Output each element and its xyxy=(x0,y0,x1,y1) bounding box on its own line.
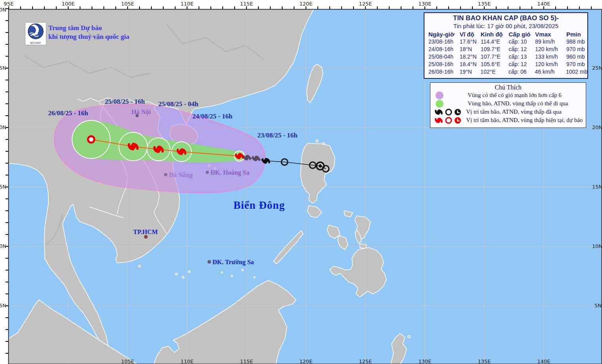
table-row: 25/08-16h18.4°N105.6°Ecấp: 12120 km/h970… xyxy=(424,61,587,68)
axis-bottom-135e: 135E xyxy=(478,358,491,364)
axis-top-100e: 100E xyxy=(61,1,75,7)
axis-bottom-125e: 125E xyxy=(359,358,372,364)
land-islet-conson xyxy=(139,265,141,267)
legend-item-label: Vị trí tâm bão, ATNĐ, vùng thấp đã qua xyxy=(466,109,562,115)
axis-bottom-105e: 105E xyxy=(121,358,134,364)
city-label-danang: Đà Nẵng xyxy=(169,172,193,179)
col-lon: Kinh độ xyxy=(481,30,509,38)
land-islet-1 xyxy=(408,335,410,338)
sea-name-label: Biển Đông xyxy=(233,199,285,211)
axis-top-110e: 110E xyxy=(180,1,193,7)
land-reef-spratly-4 xyxy=(254,276,255,278)
city-label-hanoi: Hà Nội xyxy=(132,109,151,116)
agency-name: Trung tâm Dự báo khí tượng thuỷ văn quốc… xyxy=(48,24,129,41)
date-label-25-08-16h: 25/08/25 - 16h xyxy=(105,98,145,105)
city-label-hoangsa: ĐK. Hoàng Sa xyxy=(210,169,249,176)
legend-item-label: Vùng bão, ATNĐ, vùng thấp có thể đi qua xyxy=(468,100,568,107)
col-vmax: Vmax xyxy=(535,30,566,38)
city-label-tphcm: TP.HCM xyxy=(133,229,158,235)
table-row: 23/08-16h17.6°N114.4°Ecấp: 1089 km/h988 … xyxy=(424,38,587,46)
legend-box: Chú Thích Vùng có thể có gió mạnh lớn hơ… xyxy=(430,82,586,128)
col-pmin: Pmin xyxy=(566,30,587,38)
axis-bottom-120e: 120E xyxy=(299,358,312,364)
axis-right-5n: 5N xyxy=(594,303,602,309)
red-circle-icon xyxy=(444,116,453,125)
axis-bottom-110e: 110E xyxy=(180,358,193,364)
axis-top-130e: 130E xyxy=(418,1,431,7)
date-label-26-08: 26/08/25 - 16h xyxy=(48,109,88,117)
land-babuyan-1 xyxy=(316,140,318,142)
bulletin-table-header: Ngày-giờ Vĩ độ Kinh độ Cấp gió Vmax Pmin xyxy=(424,30,587,38)
axis-left-30n: 30N xyxy=(0,7,6,13)
axis-top-105e: 105E xyxy=(121,1,134,7)
axis-top-95e: 95E xyxy=(4,1,14,7)
legend-item-label: Vị trí tâm bão, ATNĐ, vùng thấp hiện tại… xyxy=(466,117,583,124)
red-typhoon-icon xyxy=(434,115,444,126)
col-wind: Cấp gió xyxy=(508,30,535,38)
axis-top-135e: 135E xyxy=(478,1,491,7)
land-islet-anambas-2 xyxy=(182,276,184,278)
axis-right-20n: 20N xyxy=(592,124,602,130)
land-islet-anambas-1 xyxy=(176,273,178,275)
table-row: 26/08-16h19°N102°Ecấp: 0646 km/h1002 mb xyxy=(424,68,587,76)
axis-left-10n: 10N xyxy=(0,243,6,249)
purple-zone-icon xyxy=(435,91,444,100)
agency-logo: NCHMF xyxy=(25,22,46,45)
axis-left-5n: 5N xyxy=(0,303,6,309)
axis-bottom-140e: 140E xyxy=(537,358,550,364)
axis-right-25n: 25N xyxy=(592,65,602,71)
axis-top-120e: 120E xyxy=(299,1,312,7)
legend-item-label: Vùng có thể có gió mạnh lớn hơn cấp 6 xyxy=(468,92,562,99)
axis-top-125e: 125E xyxy=(359,1,372,7)
city-label-truongsa: ĐK. Trường Sa xyxy=(212,259,254,266)
col-lat: Vĩ độ xyxy=(460,30,481,38)
storm-bulletin-map-page: { "logo": { "line1": "Trung tâm Dự báo",… xyxy=(0,0,602,364)
axis-right-10n: 10N xyxy=(592,243,602,249)
axis-bottom-130e: 130E xyxy=(418,358,431,364)
city-dot-truongsa xyxy=(208,260,211,264)
agency-name-line1: Trung tâm Dự báo xyxy=(48,24,129,32)
date-label-24-08: 24/08/25 - 16h xyxy=(192,112,233,120)
axis-left-20n: 20N xyxy=(0,124,6,130)
red-low-icon xyxy=(453,116,462,125)
land-islet-anambas-3 xyxy=(189,271,191,273)
date-label-23-08: 23/08/25 - 16h xyxy=(257,131,298,139)
city-dot-tphcm xyxy=(144,235,148,239)
land-reef-spratly-3 xyxy=(242,269,243,271)
legend-item-danger-zone: Vùng có thể có gió mạnh lớn hơn cấp 6 xyxy=(430,91,586,99)
land-reef-spratly-2 xyxy=(231,275,233,277)
axis-top-115e: 115E xyxy=(240,1,253,7)
city-dot-hoangsa xyxy=(206,171,209,174)
agency-emblem-icon xyxy=(27,23,45,41)
col-time: Ngày-giờ xyxy=(428,30,460,38)
date-label-25-08-04h: 25/08/25 - 04h xyxy=(158,100,199,108)
axis-right-15n: 15N xyxy=(592,184,602,190)
table-row: 24/08-16h18°N109.7°Ecấp: 12120 km/h970 m… xyxy=(424,46,587,53)
axis-bottom-115e: 115E xyxy=(240,358,253,364)
land-reef-spratly-1 xyxy=(221,272,223,273)
agency-name-line2: khí tượng thuỷ văn quốc gia xyxy=(48,32,129,41)
agency-abbr: NCHMF xyxy=(25,42,46,45)
bulletin-issued-time: Tin phát lúc: 17 giờ 00 phút, 23/08/2025 xyxy=(424,23,587,29)
bulletin-title: TIN BAO KHAN CAP (BAO SO 5)- xyxy=(424,14,587,22)
table-row: 25/08-04h18.2°N107.7°Ecấp: 13133 km/h960… xyxy=(424,53,587,61)
forecast-low-icon-26-16h xyxy=(88,136,94,143)
city-dot-danang xyxy=(164,173,167,176)
legend-item-current-forecast-position: Vị trí tâm bão, ATNĐ, vùng thấp hiện tại… xyxy=(430,116,586,124)
bulletin-info-box: TIN BAO KHAN CAP (BAO SO 5)- Tin phát lú… xyxy=(424,12,588,79)
axis-left-25n: 25N xyxy=(0,65,6,71)
axis-top-140e: 140E xyxy=(537,1,550,7)
legend-title: Chú Thích xyxy=(430,84,586,91)
axis-left-15n: 15N xyxy=(0,184,6,190)
